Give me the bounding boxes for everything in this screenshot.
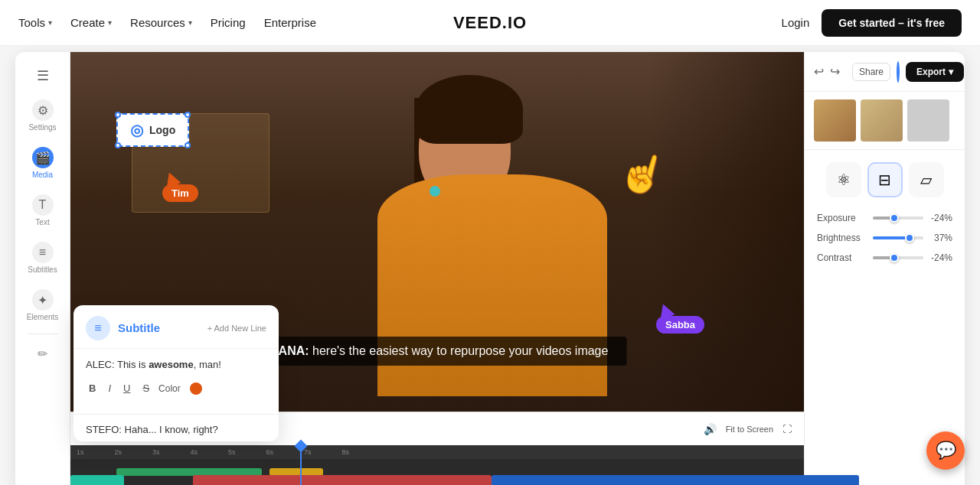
volume-icon[interactable]: 🔊: [704, 423, 717, 435]
cursor-label-tim: Tim: [162, 184, 198, 202]
bold-button[interactable]: B: [86, 381, 99, 395]
brightness-value: 37%: [929, 233, 952, 243]
exposure-label: Exposure: [817, 213, 867, 223]
export-label: Export: [916, 67, 946, 77]
hamburger-icon[interactable]: ☰: [31, 61, 55, 90]
alec-prefix: ALEC: This is: [86, 359, 149, 370]
selection-handles: [118, 115, 188, 145]
ruler-mark-4: 5s: [228, 448, 236, 456]
sidebar-item-settings[interactable]: ⚙ Settings: [15, 93, 70, 138]
contrast-row: Contrast -24%: [817, 252, 952, 263]
adjustments-icon: ⊟: [878, 171, 891, 189]
panel-tabs: ⚛ ⊟ ▱: [805, 150, 965, 203]
create-chevron-icon: ▾: [108, 18, 112, 27]
pencil-icon[interactable]: ✏: [31, 340, 54, 367]
export-button[interactable]: Export ▾: [906, 62, 964, 82]
thumbnail-3[interactable]: [907, 99, 949, 142]
nav-resources[interactable]: Resources ▾: [130, 16, 192, 29]
sidebar-item-media[interactable]: 🎬 Media: [15, 141, 70, 185]
right-panel: ↩ ↪ Share Export ▾ ⚛ ⊟ ▱: [804, 52, 965, 485]
contrast-label: Contrast: [817, 252, 867, 263]
logo-element[interactable]: ◎ Logo: [116, 113, 189, 147]
redo-button[interactable]: ↪: [830, 64, 840, 79]
italic-button[interactable]: I: [105, 381, 114, 395]
adjustments-tab[interactable]: ⊟: [867, 162, 903, 197]
subtitle-text: here's the easiest way to repurpose your…: [312, 344, 608, 357]
adjustments-panel: Exposure -24% Brightness 37% Contrast: [805, 203, 965, 272]
thumbnail-2[interactable]: [861, 99, 903, 142]
person-hair: [416, 75, 523, 144]
track-teal[interactable]: [70, 475, 124, 485]
sidebar-item-text[interactable]: T Text: [15, 188, 70, 233]
playhead[interactable]: [300, 445, 302, 485]
crop-tab[interactable]: ▱: [909, 162, 944, 197]
brightness-label: Brightness: [817, 233, 867, 243]
ruler-mark-5: 6s: [266, 448, 274, 456]
thumbnail-1[interactable]: [814, 99, 856, 142]
timeline-ruler: 1s 2s 3s 4s 5s 6s 7s 8s: [70, 445, 804, 459]
handle-tl[interactable]: [115, 112, 121, 118]
cursor-label-sabba: Sabba: [656, 316, 704, 334]
bg-right-shadow: [651, 52, 804, 412]
nav-pricing[interactable]: Pricing: [211, 16, 246, 29]
get-started-button[interactable]: Get started – it's free: [822, 9, 962, 37]
contrast-value: -24%: [929, 252, 952, 263]
strike-button[interactable]: S: [139, 381, 152, 395]
ruler-mark-1: 2s: [115, 448, 122, 456]
sidebar-item-subtitles[interactable]: ≡ Subtitles: [15, 236, 70, 280]
cursor-sabba: Sabba: [656, 310, 704, 327]
track-blue-long[interactable]: [492, 475, 859, 485]
track-red[interactable]: [193, 475, 492, 485]
alec-suffix: , man!: [194, 359, 221, 370]
exposure-slider[interactable]: [873, 216, 923, 220]
alec-bold: awesome: [149, 359, 194, 370]
create-label: Create: [70, 16, 105, 29]
exposure-value: -24%: [929, 213, 952, 223]
nav-enterprise[interactable]: Enterprise: [264, 16, 316, 29]
brightness-slider[interactable]: [873, 236, 923, 239]
filters-tab[interactable]: ⚛: [826, 162, 861, 197]
subtitle-bar: DIANA: here's the easiest way to repurpo…: [248, 337, 627, 366]
timeline: 1s 2s 3s 4s 5s 6s 7s 8s: [70, 445, 804, 485]
brightness-row: Brightness 37%: [817, 233, 952, 243]
crop-icon: ▱: [920, 171, 932, 189]
popup-content: ALEC: This is awesome, man! B I U S Colo…: [74, 349, 279, 411]
fit-to-screen-label[interactable]: Fit to Screen: [726, 425, 773, 434]
nav-right: Login Get started – it's free: [782, 9, 962, 37]
nav-tools[interactable]: Tools ▾: [18, 16, 52, 29]
stefo-text: STEFO: Haha... I know, right?: [74, 418, 279, 441]
enterprise-label: Enterprise: [264, 16, 316, 29]
veed-logo[interactable]: VEED.IO: [453, 13, 527, 33]
nav-create[interactable]: Create ▾: [70, 16, 112, 29]
subtitles-label: Subtitles: [28, 265, 57, 274]
login-button[interactable]: Login: [782, 16, 810, 29]
contrast-slider[interactable]: [873, 256, 923, 259]
pricing-label: Pricing: [211, 16, 246, 29]
add-new-line-button[interactable]: + Add New Line: [207, 324, 266, 333]
chat-bubble[interactable]: 💬: [926, 431, 965, 470]
undo-button[interactable]: ↩: [814, 64, 824, 79]
resources-chevron-icon: ▾: [188, 18, 192, 27]
underline-button[interactable]: U: [120, 381, 133, 395]
sidebar-item-elements[interactable]: ✦ Elements: [15, 283, 70, 327]
resources-label: Resources: [130, 16, 185, 29]
sidebar: ☰ ⚙ Settings 🎬 Media T Text ≡ Subtitles …: [15, 52, 70, 485]
media-label: Media: [32, 171, 53, 179]
navbar: Tools ▾ Create ▾ Resources ▾ Pricing Ent…: [0, 0, 980, 46]
settings-label: Settings: [28, 123, 56, 132]
filters-icon: ⚛: [837, 171, 851, 189]
exposure-row: Exposure -24%: [817, 213, 952, 223]
avatar: [897, 61, 900, 83]
ruler-mark-3: 4s: [191, 448, 198, 456]
alec-text: ALEC: This is awesome, man!: [86, 358, 266, 372]
popup-divider: [74, 414, 279, 415]
handle-bl[interactable]: [115, 142, 121, 148]
elements-label: Elements: [27, 313, 59, 321]
fullscreen-button[interactable]: ⛶: [782, 424, 792, 435]
share-button[interactable]: Share: [852, 63, 890, 81]
ruler-mark-2: 3s: [152, 448, 160, 456]
tools-label: Tools: [18, 16, 45, 29]
color-swatch[interactable]: [190, 382, 202, 395]
export-chevron-icon: ▾: [949, 67, 953, 77]
thumbnail-strip: [805, 92, 965, 150]
